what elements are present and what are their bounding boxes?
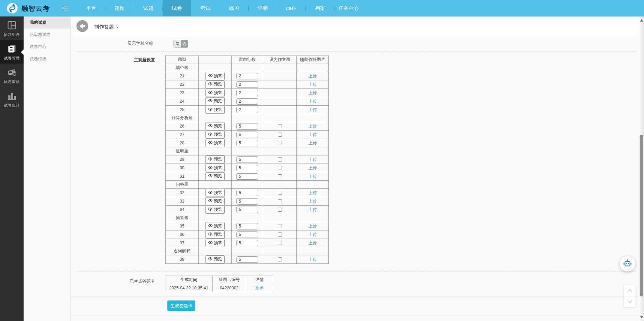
blank-lines-input[interactable]	[236, 123, 258, 130]
essay-checkbox[interactable]	[278, 133, 282, 137]
preview-button[interactable]: 预览	[205, 239, 225, 247]
preview-button[interactable]: 预览	[205, 97, 225, 105]
scrollbar-up-arrow[interactable]	[640, 19, 643, 22]
blank-lines-input[interactable]	[236, 140, 258, 146]
upload-link[interactable]: 上传	[309, 174, 317, 179]
blank-lines-input[interactable]	[236, 81, 258, 88]
vertical-scrollbar[interactable]	[639, 16, 644, 321]
nav-item-9[interactable]: 档案	[306, 0, 334, 16]
upload-link[interactable]: 上传	[309, 91, 317, 95]
preview-button[interactable]: 预览	[205, 222, 225, 230]
toggle-option-2[interactable]: 否	[181, 40, 188, 47]
essay-checkbox[interactable]	[278, 141, 282, 145]
card-preview-link[interactable]: 预览	[255, 285, 264, 290]
preview-button[interactable]: 预览	[205, 255, 225, 263]
upload-link[interactable]: 上传	[309, 82, 317, 87]
scroll-up-button[interactable]	[624, 285, 636, 296]
upload-link[interactable]: 上传	[309, 207, 317, 212]
submenu-item-1[interactable]: 我的试卷	[24, 16, 70, 29]
upload-link[interactable]: 上传	[309, 124, 317, 129]
preview-button[interactable]: 预览	[205, 106, 225, 114]
preview-button[interactable]: 预览	[205, 80, 225, 88]
essay-checkbox[interactable]	[278, 233, 282, 237]
generate-answer-card-button[interactable]: 生成答题卡	[167, 300, 195, 311]
nav-item-6[interactable]: 练习	[220, 0, 248, 16]
sidebar-collapse-icon[interactable]	[62, 5, 68, 11]
essay-checkbox[interactable]	[278, 166, 282, 170]
preview-button[interactable]: 预览	[205, 122, 225, 130]
blank-lines-input[interactable]	[236, 156, 258, 163]
blank-lines-input[interactable]	[236, 165, 258, 171]
upload-link[interactable]: 上传	[309, 257, 317, 262]
upload-link[interactable]: 上传	[309, 232, 317, 237]
preview-button[interactable]: 预览	[205, 155, 225, 164]
essay-checkbox[interactable]	[278, 174, 282, 178]
nav-item-3[interactable]: 试题	[134, 0, 162, 16]
toggle-option-1[interactable]: 是	[174, 40, 181, 47]
sidebar-item-3[interactable]: 试卷审核	[0, 64, 24, 87]
nav-item-8[interactable]: OBE	[277, 0, 305, 16]
upload-link[interactable]: 上传	[309, 241, 317, 245]
blank-lines-input[interactable]	[236, 98, 258, 105]
preview-button[interactable]: 预览	[205, 131, 225, 139]
upload-link[interactable]: 上传	[309, 141, 317, 145]
nav-item-1[interactable]: 平台	[77, 0, 105, 16]
essay-checkbox[interactable]	[278, 241, 282, 245]
submenu-item-4[interactable]: 试卷模板	[24, 53, 70, 65]
preview-button[interactable]: 预览	[205, 197, 225, 205]
essay-checkbox[interactable]	[278, 157, 282, 162]
nav-item-7[interactable]: 评测	[249, 0, 277, 16]
nav-item-10[interactable]: 任务中心	[334, 0, 363, 16]
essay-checkbox[interactable]	[278, 191, 282, 195]
upload-link[interactable]: 上传	[309, 199, 317, 204]
scrollbar-thumb[interactable]	[640, 135, 643, 296]
essay-checkbox[interactable]	[278, 208, 282, 212]
upload-link[interactable]: 上传	[309, 132, 317, 137]
essay-checkbox[interactable]	[278, 224, 282, 228]
sidebar-item-2[interactable]: 试卷管理	[0, 40, 24, 64]
blank-lines-input[interactable]	[236, 73, 258, 79]
essay-checkbox[interactable]	[278, 124, 282, 128]
back-button[interactable]	[76, 20, 88, 32]
page-title: 制作答题卡	[94, 24, 119, 30]
upload-link[interactable]: 上传	[309, 224, 317, 228]
preview-button[interactable]: 预览	[205, 89, 225, 97]
preview-button[interactable]: 预览	[205, 172, 225, 180]
essay-checkbox[interactable]	[278, 257, 282, 261]
preview-button[interactable]: 预览	[205, 72, 225, 80]
scrollbar-down-arrow[interactable]	[640, 316, 643, 318]
upload-link[interactable]: 上传	[309, 99, 317, 104]
upload-link[interactable]: 上传	[309, 166, 317, 170]
blank-lines-input[interactable]	[236, 256, 258, 263]
scroll-down-button[interactable]	[624, 296, 636, 307]
ai-robot-fab[interactable]	[620, 256, 635, 272]
nav-item-5[interactable]: 考试	[191, 0, 220, 16]
blank-lines-input[interactable]	[236, 90, 258, 96]
blank-lines-input[interactable]	[236, 107, 258, 113]
blank-lines-input[interactable]	[236, 198, 258, 205]
upload-link[interactable]: 上传	[309, 107, 317, 112]
upload-link[interactable]: 上传	[309, 190, 317, 195]
sidebar-item-4[interactable]: 试卷统计	[0, 87, 24, 111]
upload-link[interactable]: 上传	[309, 157, 317, 162]
essay-checkbox[interactable]	[278, 199, 282, 203]
submenu-item-3[interactable]: 试卷中心	[24, 41, 70, 53]
preview-button[interactable]: 预览	[205, 139, 225, 147]
sidebar-item-1[interactable]: 抽题组卷	[0, 16, 24, 40]
upload-link[interactable]: 上传	[309, 74, 317, 78]
preview-button[interactable]: 预览	[205, 206, 225, 214]
preview-button[interactable]: 预览	[205, 230, 225, 239]
preview-label: 预览	[214, 173, 222, 179]
blank-lines-input[interactable]	[236, 207, 258, 213]
blank-lines-input[interactable]	[236, 231, 258, 238]
nav-item-4[interactable]: 试卷	[163, 0, 191, 16]
preview-button[interactable]: 预览	[205, 189, 225, 197]
blank-lines-input[interactable]	[236, 240, 258, 246]
blank-lines-input[interactable]	[236, 223, 258, 229]
submenu-item-2[interactable]: 已审核试卷	[24, 29, 70, 41]
blank-lines-input[interactable]	[236, 173, 258, 180]
nav-item-2[interactable]: 题库	[105, 0, 134, 16]
blank-lines-input[interactable]	[236, 190, 258, 196]
preview-button[interactable]: 预览	[205, 164, 225, 172]
blank-lines-input[interactable]	[236, 132, 258, 138]
